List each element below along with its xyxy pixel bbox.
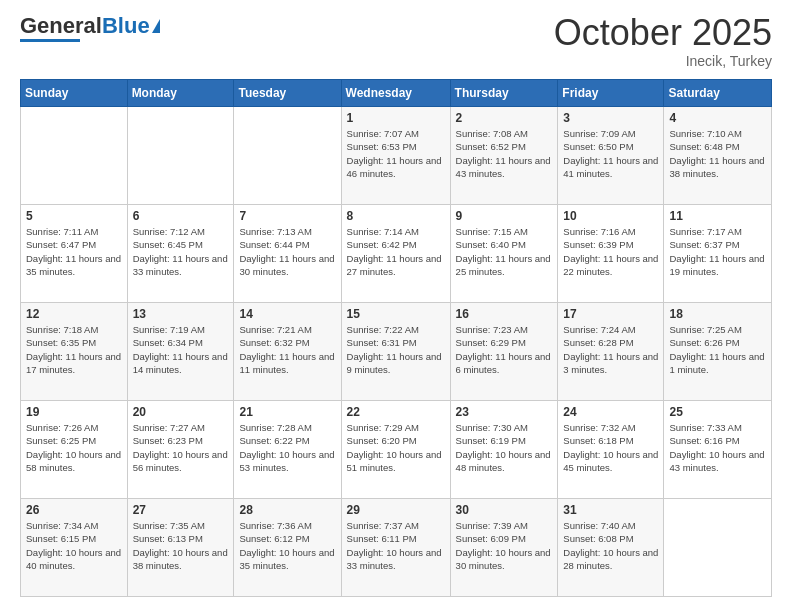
day-number: 22 (347, 405, 445, 419)
logo-line (20, 39, 80, 42)
day-number: 14 (239, 307, 335, 321)
day-cell: 15Sunrise: 7:22 AM Sunset: 6:31 PM Dayli… (341, 303, 450, 401)
day-cell: 25Sunrise: 7:33 AM Sunset: 6:16 PM Dayli… (664, 401, 772, 499)
day-cell: 23Sunrise: 7:30 AM Sunset: 6:19 PM Dayli… (450, 401, 558, 499)
day-cell: 11Sunrise: 7:17 AM Sunset: 6:37 PM Dayli… (664, 205, 772, 303)
day-number: 29 (347, 503, 445, 517)
day-cell: 18Sunrise: 7:25 AM Sunset: 6:26 PM Dayli… (664, 303, 772, 401)
day-cell: 14Sunrise: 7:21 AM Sunset: 6:32 PM Dayli… (234, 303, 341, 401)
day-info: Sunrise: 7:17 AM Sunset: 6:37 PM Dayligh… (669, 225, 766, 278)
day-info: Sunrise: 7:16 AM Sunset: 6:39 PM Dayligh… (563, 225, 658, 278)
day-number: 1 (347, 111, 445, 125)
day-info: Sunrise: 7:19 AM Sunset: 6:34 PM Dayligh… (133, 323, 229, 376)
day-cell: 10Sunrise: 7:16 AM Sunset: 6:39 PM Dayli… (558, 205, 664, 303)
day-info: Sunrise: 7:07 AM Sunset: 6:53 PM Dayligh… (347, 127, 445, 180)
day-number: 27 (133, 503, 229, 517)
day-cell (21, 107, 128, 205)
day-number: 3 (563, 111, 658, 125)
day-cell: 5Sunrise: 7:11 AM Sunset: 6:47 PM Daylig… (21, 205, 128, 303)
day-number: 9 (456, 209, 553, 223)
day-cell: 21Sunrise: 7:28 AM Sunset: 6:22 PM Dayli… (234, 401, 341, 499)
day-number: 19 (26, 405, 122, 419)
day-info: Sunrise: 7:14 AM Sunset: 6:42 PM Dayligh… (347, 225, 445, 278)
col-monday: Monday (127, 80, 234, 107)
week-row-0: 1Sunrise: 7:07 AM Sunset: 6:53 PM Daylig… (21, 107, 772, 205)
day-info: Sunrise: 7:34 AM Sunset: 6:15 PM Dayligh… (26, 519, 122, 572)
day-cell: 17Sunrise: 7:24 AM Sunset: 6:28 PM Dayli… (558, 303, 664, 401)
day-number: 7 (239, 209, 335, 223)
logo: GeneralBlue (20, 15, 160, 42)
week-row-2: 12Sunrise: 7:18 AM Sunset: 6:35 PM Dayli… (21, 303, 772, 401)
day-cell: 1Sunrise: 7:07 AM Sunset: 6:53 PM Daylig… (341, 107, 450, 205)
day-info: Sunrise: 7:27 AM Sunset: 6:23 PM Dayligh… (133, 421, 229, 474)
day-number: 12 (26, 307, 122, 321)
col-saturday: Saturday (664, 80, 772, 107)
day-number: 17 (563, 307, 658, 321)
day-cell: 19Sunrise: 7:26 AM Sunset: 6:25 PM Dayli… (21, 401, 128, 499)
header-row: Sunday Monday Tuesday Wednesday Thursday… (21, 80, 772, 107)
page: GeneralBlue October 2025 Inecik, Turkey … (0, 0, 792, 612)
day-info: Sunrise: 7:12 AM Sunset: 6:45 PM Dayligh… (133, 225, 229, 278)
day-number: 5 (26, 209, 122, 223)
day-info: Sunrise: 7:40 AM Sunset: 6:08 PM Dayligh… (563, 519, 658, 572)
day-cell: 9Sunrise: 7:15 AM Sunset: 6:40 PM Daylig… (450, 205, 558, 303)
day-cell: 31Sunrise: 7:40 AM Sunset: 6:08 PM Dayli… (558, 499, 664, 597)
day-cell (127, 107, 234, 205)
day-cell: 13Sunrise: 7:19 AM Sunset: 6:34 PM Dayli… (127, 303, 234, 401)
day-number: 21 (239, 405, 335, 419)
day-number: 24 (563, 405, 658, 419)
logo-general: General (20, 13, 102, 38)
day-info: Sunrise: 7:10 AM Sunset: 6:48 PM Dayligh… (669, 127, 766, 180)
day-info: Sunrise: 7:25 AM Sunset: 6:26 PM Dayligh… (669, 323, 766, 376)
day-number: 4 (669, 111, 766, 125)
day-info: Sunrise: 7:29 AM Sunset: 6:20 PM Dayligh… (347, 421, 445, 474)
day-number: 23 (456, 405, 553, 419)
day-cell (664, 499, 772, 597)
day-cell: 22Sunrise: 7:29 AM Sunset: 6:20 PM Dayli… (341, 401, 450, 499)
location: Inecik, Turkey (554, 53, 772, 69)
day-cell: 27Sunrise: 7:35 AM Sunset: 6:13 PM Dayli… (127, 499, 234, 597)
logo-triangle-icon (152, 19, 160, 33)
day-cell: 28Sunrise: 7:36 AM Sunset: 6:12 PM Dayli… (234, 499, 341, 597)
day-number: 2 (456, 111, 553, 125)
day-info: Sunrise: 7:24 AM Sunset: 6:28 PM Dayligh… (563, 323, 658, 376)
day-info: Sunrise: 7:37 AM Sunset: 6:11 PM Dayligh… (347, 519, 445, 572)
day-info: Sunrise: 7:22 AM Sunset: 6:31 PM Dayligh… (347, 323, 445, 376)
day-number: 26 (26, 503, 122, 517)
logo-blue: Blue (102, 13, 150, 38)
day-number: 8 (347, 209, 445, 223)
col-wednesday: Wednesday (341, 80, 450, 107)
day-info: Sunrise: 7:35 AM Sunset: 6:13 PM Dayligh… (133, 519, 229, 572)
day-cell: 3Sunrise: 7:09 AM Sunset: 6:50 PM Daylig… (558, 107, 664, 205)
day-cell: 8Sunrise: 7:14 AM Sunset: 6:42 PM Daylig… (341, 205, 450, 303)
day-cell: 2Sunrise: 7:08 AM Sunset: 6:52 PM Daylig… (450, 107, 558, 205)
day-number: 28 (239, 503, 335, 517)
day-info: Sunrise: 7:18 AM Sunset: 6:35 PM Dayligh… (26, 323, 122, 376)
day-cell: 20Sunrise: 7:27 AM Sunset: 6:23 PM Dayli… (127, 401, 234, 499)
month-title: October 2025 (554, 15, 772, 51)
day-number: 13 (133, 307, 229, 321)
day-cell (234, 107, 341, 205)
day-info: Sunrise: 7:08 AM Sunset: 6:52 PM Dayligh… (456, 127, 553, 180)
week-row-1: 5Sunrise: 7:11 AM Sunset: 6:47 PM Daylig… (21, 205, 772, 303)
day-cell: 26Sunrise: 7:34 AM Sunset: 6:15 PM Dayli… (21, 499, 128, 597)
day-number: 16 (456, 307, 553, 321)
calendar-table: Sunday Monday Tuesday Wednesday Thursday… (20, 79, 772, 597)
day-cell: 24Sunrise: 7:32 AM Sunset: 6:18 PM Dayli… (558, 401, 664, 499)
day-info: Sunrise: 7:15 AM Sunset: 6:40 PM Dayligh… (456, 225, 553, 278)
day-info: Sunrise: 7:23 AM Sunset: 6:29 PM Dayligh… (456, 323, 553, 376)
day-cell: 4Sunrise: 7:10 AM Sunset: 6:48 PM Daylig… (664, 107, 772, 205)
day-info: Sunrise: 7:36 AM Sunset: 6:12 PM Dayligh… (239, 519, 335, 572)
day-info: Sunrise: 7:33 AM Sunset: 6:16 PM Dayligh… (669, 421, 766, 474)
day-info: Sunrise: 7:13 AM Sunset: 6:44 PM Dayligh… (239, 225, 335, 278)
day-info: Sunrise: 7:26 AM Sunset: 6:25 PM Dayligh… (26, 421, 122, 474)
day-number: 30 (456, 503, 553, 517)
day-cell: 12Sunrise: 7:18 AM Sunset: 6:35 PM Dayli… (21, 303, 128, 401)
day-cell: 30Sunrise: 7:39 AM Sunset: 6:09 PM Dayli… (450, 499, 558, 597)
col-thursday: Thursday (450, 80, 558, 107)
day-number: 18 (669, 307, 766, 321)
day-number: 31 (563, 503, 658, 517)
col-friday: Friday (558, 80, 664, 107)
day-number: 25 (669, 405, 766, 419)
day-info: Sunrise: 7:28 AM Sunset: 6:22 PM Dayligh… (239, 421, 335, 474)
